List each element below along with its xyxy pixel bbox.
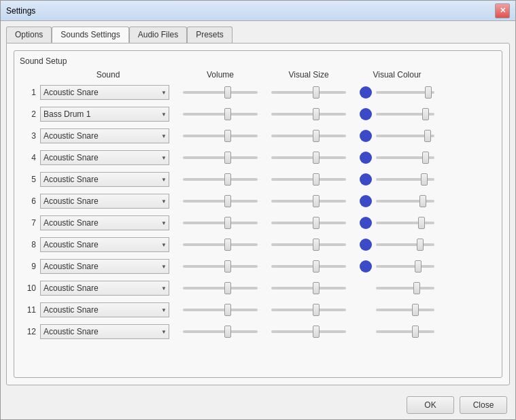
- size-cell-9: [264, 265, 353, 268]
- colour-thumb-5[interactable]: [421, 173, 428, 186]
- colour-track-9: [376, 265, 434, 268]
- colour-cell-8: [353, 239, 441, 251]
- colour-thumb-1[interactable]: [425, 86, 432, 99]
- sound-row: 4Acoustic SnareBass Drum 1Hi HatCrash Cy…: [20, 147, 496, 168]
- colour-thumb-8[interactable]: [417, 239, 424, 251]
- sound-select-wrapper-12: Acoustic SnareBass Drum 1Hi HatCrash Cym…: [40, 324, 169, 339]
- colour-thumb-9[interactable]: [415, 260, 422, 273]
- size-thumb-5[interactable]: [313, 173, 320, 186]
- size-track-6: [271, 200, 346, 203]
- colour-track-4: [376, 156, 434, 159]
- volume-track-4: [183, 156, 258, 159]
- colour-dot-4[interactable]: [360, 152, 372, 164]
- colour-thumb-12[interactable]: [412, 326, 419, 338]
- volume-thumb-7[interactable]: [224, 217, 231, 229]
- sound-select-3[interactable]: Acoustic SnareBass Drum 1Hi HatCrash Cym…: [40, 128, 169, 143]
- size-thumb-1[interactable]: [313, 86, 320, 99]
- sound-row: 1Acoustic SnareBass Drum 1Hi HatCrash Cy…: [20, 82, 496, 103]
- sound-select-5[interactable]: Acoustic SnareBass Drum 1Hi HatCrash Cym…: [40, 172, 169, 187]
- volume-thumb-5[interactable]: [224, 173, 231, 186]
- sound-select-1[interactable]: Acoustic SnareBass Drum 1Hi HatCrash Cym…: [40, 85, 169, 100]
- size-thumb-9[interactable]: [313, 260, 320, 273]
- colour-dot-1[interactable]: [360, 86, 372, 99]
- sound-select-11[interactable]: Acoustic SnareBass Drum 1Hi HatCrash Cym…: [40, 302, 169, 317]
- colour-thumb-6[interactable]: [419, 195, 426, 207]
- window-close-button[interactable]: ✕: [495, 3, 510, 18]
- sound-row: 7Acoustic SnareBass Drum 1Hi HatCrash Cy…: [20, 213, 496, 233]
- volume-thumb-6[interactable]: [224, 195, 231, 207]
- sound-select-9[interactable]: Acoustic SnareBass Drum 1Hi HatCrash Cym…: [40, 259, 169, 274]
- colour-cell-6: [353, 195, 441, 207]
- tab-presets[interactable]: Presets: [187, 27, 233, 43]
- colour-dot-9[interactable]: [360, 260, 372, 273]
- sound-select-wrapper-6: Acoustic SnareBass Drum 1Hi HatCrash Cym…: [40, 194, 169, 209]
- size-thumb-8[interactable]: [313, 239, 320, 251]
- size-thumb-3[interactable]: [313, 130, 320, 142]
- volume-thumb-12[interactable]: [224, 326, 231, 338]
- colour-thumb-11[interactable]: [412, 304, 419, 316]
- colour-cell-7: [353, 217, 441, 229]
- size-thumb-7[interactable]: [313, 217, 320, 229]
- volume-thumb-10[interactable]: [224, 282, 231, 294]
- col-header-visual-size: Visual Size: [264, 70, 353, 80]
- size-thumb-6[interactable]: [313, 195, 320, 207]
- sound-row: 12Acoustic SnareBass Drum 1Hi HatCrash C…: [20, 321, 496, 342]
- sound-select-2[interactable]: Acoustic SnareBass Drum 1Hi HatCrash Cym…: [40, 107, 169, 122]
- volume-thumb-2[interactable]: [224, 108, 231, 120]
- volume-thumb-4[interactable]: [224, 152, 231, 164]
- volume-thumb-8[interactable]: [224, 239, 231, 251]
- sound-row: 3Acoustic SnareBass Drum 1Hi HatCrash Cy…: [20, 126, 496, 146]
- tab-options[interactable]: Options: [6, 27, 52, 43]
- row-num-6: 6: [20, 196, 40, 206]
- size-track-1: [271, 91, 346, 94]
- size-thumb-4[interactable]: [313, 152, 320, 164]
- colour-thumb-7[interactable]: [418, 217, 425, 229]
- sound-select-4[interactable]: Acoustic SnareBass Drum 1Hi HatCrash Cym…: [40, 150, 169, 165]
- size-track-3: [271, 135, 346, 137]
- volume-cell-3: [176, 135, 264, 137]
- sound-select-7[interactable]: Acoustic SnareBass Drum 1Hi HatCrash Cym…: [40, 215, 169, 230]
- volume-cell-8: [176, 243, 264, 246]
- tab-audio-files[interactable]: Audio Files: [129, 27, 187, 43]
- sound-setup-label: Sound Setup: [20, 56, 496, 66]
- volume-track-5: [183, 178, 258, 181]
- colour-dot-7[interactable]: [360, 217, 372, 229]
- size-thumb-10[interactable]: [313, 282, 320, 294]
- sound-row: 6Acoustic SnareBass Drum 1Hi HatCrash Cy…: [20, 191, 496, 211]
- sound-select-wrapper-11: Acoustic SnareBass Drum 1Hi HatCrash Cym…: [40, 302, 169, 317]
- colour-dot-3[interactable]: [360, 130, 372, 142]
- colour-dot-6[interactable]: [360, 195, 372, 207]
- colour-dot-5[interactable]: [360, 173, 372, 186]
- sound-select-8[interactable]: Acoustic SnareBass Drum 1Hi HatCrash Cym…: [40, 237, 169, 252]
- colour-thumb-3[interactable]: [424, 130, 431, 142]
- volume-track-12: [183, 330, 258, 333]
- volume-thumb-3[interactable]: [224, 130, 231, 142]
- size-thumb-2[interactable]: [313, 108, 320, 120]
- colour-track-5: [376, 178, 434, 181]
- size-cell-11: [264, 309, 353, 311]
- sound-select-10[interactable]: Acoustic SnareBass Drum 1Hi HatCrash Cym…: [40, 281, 169, 296]
- size-cell-1: [264, 91, 353, 94]
- colour-dot-2[interactable]: [360, 108, 372, 120]
- ok-button[interactable]: OK: [407, 396, 454, 414]
- colour-thumb-10[interactable]: [413, 282, 420, 294]
- tab-bar: Options Sounds Settings Audio Files Pres…: [6, 27, 510, 43]
- colour-thumb-2[interactable]: [422, 108, 429, 120]
- colour-thumb-4[interactable]: [422, 152, 429, 164]
- tab-sounds-settings[interactable]: Sounds Settings: [52, 27, 128, 43]
- colour-dot-8[interactable]: [360, 239, 372, 251]
- close-button[interactable]: Close: [460, 396, 507, 414]
- size-thumb-12[interactable]: [313, 326, 320, 338]
- col-header-volume: Volume: [176, 70, 264, 80]
- sound-select-12[interactable]: Acoustic SnareBass Drum 1Hi HatCrash Cym…: [40, 324, 169, 339]
- size-track-4: [271, 156, 346, 159]
- size-track-7: [271, 222, 346, 224]
- sound-select-6[interactable]: Acoustic SnareBass Drum 1Hi HatCrash Cym…: [40, 194, 169, 209]
- size-track-11: [271, 309, 346, 311]
- volume-thumb-1[interactable]: [224, 86, 231, 99]
- volume-thumb-11[interactable]: [224, 304, 231, 316]
- size-cell-12: [264, 330, 353, 333]
- volume-track-3: [183, 135, 258, 137]
- volume-thumb-9[interactable]: [224, 260, 231, 273]
- size-thumb-11[interactable]: [313, 304, 320, 316]
